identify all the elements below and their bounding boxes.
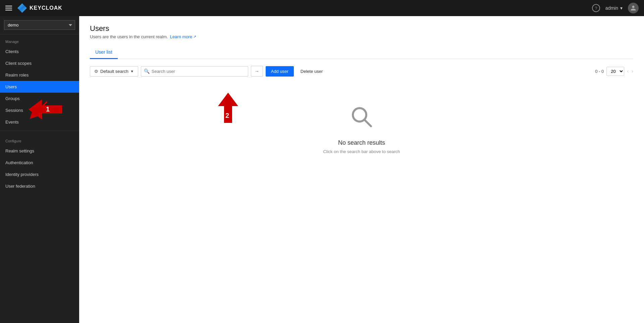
svg-line-1 (365, 120, 371, 126)
sidebar-item-users[interactable]: Users (0, 81, 79, 93)
filter-chevron-icon: ▼ (130, 70, 134, 73)
sidebar-item-identity-providers[interactable]: Identity providers (0, 169, 79, 180)
logo-area: KEYCLOAK (17, 3, 62, 13)
sidebar-item-realm-settings[interactable]: Realm settings (0, 145, 79, 157)
filter-label: Default search (100, 69, 128, 74)
avatar[interactable] (628, 3, 639, 13)
main-layout: demo Manage Clients Client scopes Realm … (0, 16, 644, 323)
tab-user-list[interactable]: User list (90, 46, 118, 59)
hamburger-icon[interactable] (5, 6, 12, 10)
sidebar-divider (0, 131, 79, 131)
configure-section-label: Configure (0, 134, 79, 145)
search-go-button[interactable]: → (251, 66, 263, 77)
help-icon[interactable]: ? (592, 4, 600, 12)
empty-title: No search results (338, 139, 385, 146)
page-title: Users (90, 24, 633, 33)
chevron-left-icon: ‹ (627, 68, 629, 74)
sidebar-item-authentication[interactable]: Authentication (0, 157, 79, 169)
empty-search-icon (350, 105, 374, 134)
sidebar-item-groups[interactable]: Groups (0, 93, 79, 104)
external-link-icon: ↗ (193, 35, 196, 39)
search-wrapper: 🔍 (141, 66, 248, 77)
sidebar-item-sessions[interactable]: Sessions (0, 104, 79, 116)
filter-icon: ⚙ (94, 69, 98, 74)
learn-more-link[interactable]: Learn more ↗ (170, 34, 196, 39)
navbar-right: ? admin ▾ (592, 3, 639, 13)
realm-select[interactable]: demo (4, 20, 75, 30)
filter-button[interactable]: ⚙ Default search ▼ (90, 66, 138, 77)
admin-chevron-icon: ▾ (620, 5, 623, 11)
empty-state: No search results Click on the search ba… (90, 85, 633, 174)
manage-section-label: Manage (0, 34, 79, 46)
logo-text: KEYCLOAK (30, 5, 62, 11)
pagination-prev-button[interactable]: ‹ (627, 68, 629, 74)
admin-dropdown[interactable]: admin ▾ (605, 5, 623, 11)
navbar-left: KEYCLOAK (5, 3, 62, 13)
pagination-next-button[interactable]: › (632, 68, 633, 74)
content-area: Users Users are the users in the current… (79, 16, 644, 323)
empty-subtitle: Click on the search bar above to search (323, 149, 400, 154)
chevron-right-icon: › (632, 68, 633, 74)
search-go-icon: → (255, 68, 259, 74)
tabs: User list (90, 46, 633, 59)
delete-user-button[interactable]: Delete user (297, 66, 327, 77)
add-user-button[interactable]: Add user (266, 66, 294, 77)
navbar: KEYCLOAK ? admin ▾ (0, 0, 644, 16)
logo-icon (17, 3, 27, 13)
sidebar-item-events[interactable]: Events (0, 116, 79, 128)
toolbar: ⚙ Default search ▼ 🔍 → Add user Delete u… (90, 66, 633, 77)
subtitle-text: Users are the users in the current realm… (90, 34, 168, 39)
pagination-range: 0 - 0 (595, 69, 604, 74)
sidebar-item-client-scopes[interactable]: Client scopes (0, 57, 79, 69)
search-icon: 🔍 (144, 68, 150, 74)
page-subtitle: Users are the users in the current realm… (90, 34, 633, 39)
sidebar-item-clients[interactable]: Clients (0, 46, 79, 57)
search-input[interactable] (152, 66, 245, 76)
sidebar-item-user-federation[interactable]: User federation (0, 180, 79, 192)
sidebar-item-realm-roles[interactable]: Realm roles (0, 69, 79, 81)
admin-label: admin (605, 5, 618, 11)
pagination-area: 0 - 0 20 ‹ › (595, 67, 633, 76)
realm-selector: demo (0, 16, 79, 34)
sidebar: demo Manage Clients Client scopes Realm … (0, 16, 79, 323)
pagination-select[interactable]: 20 (606, 67, 624, 76)
